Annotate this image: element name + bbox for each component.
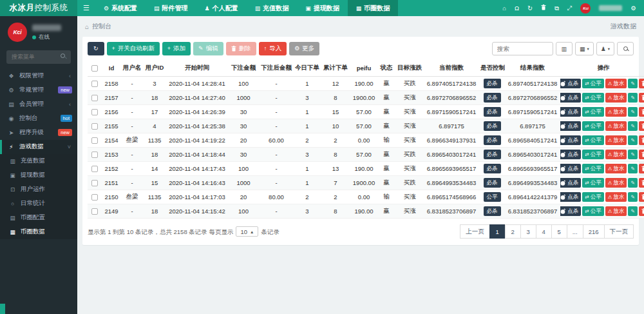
action-点杀[interactable]: 点杀: [560, 178, 581, 188]
col-是否控制[interactable]: 是否控制: [479, 60, 505, 77]
action-放水[interactable]: ⚠放水: [605, 79, 627, 88]
row-checkbox[interactable]: [91, 194, 98, 201]
action-pencil-icon[interactable]: ✎: [628, 178, 637, 188]
action-pencil-icon[interactable]: ✎: [628, 206, 637, 216]
topnav-item-附件管理[interactable]: ▤附件管理: [146, 0, 196, 16]
action-公平[interactable]: ⇄公平: [582, 107, 603, 117]
action-点杀[interactable]: 点杀: [560, 135, 581, 145]
col-用户ID[interactable]: 用户ID: [143, 60, 166, 77]
sidebar-subitem-币圈配置[interactable]: ▤币圈配置: [0, 211, 77, 225]
action-点杀[interactable]: 点杀: [560, 121, 581, 131]
row-checkbox[interactable]: [91, 81, 98, 87]
col-当前指数[interactable]: 当前指数: [424, 60, 479, 77]
action-trash-icon[interactable]: [639, 107, 644, 117]
sidebar-item-游戏数据[interactable]: ⚡游戏数据˅: [0, 140, 77, 154]
select-all-checkbox[interactable]: [91, 65, 98, 72]
action-trash-icon[interactable]: [639, 121, 644, 131]
sidebar-subitem-用户运作[interactable]: ⊡用户运作: [0, 182, 77, 197]
columns-icon[interactable]: ▥: [556, 42, 573, 55]
action-trash-icon[interactable]: [639, 93, 644, 103]
breadcrumb-left[interactable]: 控制台: [92, 22, 111, 31]
action-点杀[interactable]: 点杀: [560, 206, 581, 216]
action-pencil-icon[interactable]: ✎: [628, 93, 637, 103]
copy-icon[interactable]: ⧉: [554, 5, 559, 12]
action-公平[interactable]: ⇄公平: [582, 178, 603, 188]
toolbar-添加[interactable]: +添加: [162, 42, 191, 55]
page-...[interactable]: ...: [567, 224, 583, 239]
col-用户名[interactable]: 用户名: [121, 60, 143, 77]
action-公平[interactable]: ⇄公平: [582, 150, 603, 159]
search-icon[interactable]: [617, 42, 634, 55]
sidebar-item-会员管理[interactable]: ▤会员管理‹: [0, 97, 77, 112]
col-开始时间[interactable]: 开始时间: [166, 60, 228, 77]
sidebar-item-控制台[interactable]: ◉控制台hot: [0, 112, 77, 126]
action-放水[interactable]: ⚠放水: [605, 206, 627, 216]
sidebar-subitem-提现数据[interactable]: ▣提现数据: [0, 168, 77, 182]
action-放水[interactable]: ⚠放水: [605, 107, 627, 117]
col-今日下单[interactable]: 今日下单: [294, 60, 321, 77]
col-操作[interactable]: 操作: [560, 60, 644, 77]
table-search-input[interactable]: [492, 42, 553, 55]
action-放水[interactable]: ⚠放水: [605, 178, 627, 188]
action-pencil-icon[interactable]: ✎: [628, 107, 637, 117]
row-checkbox[interactable]: [91, 166, 98, 172]
action-trash-icon[interactable]: [639, 192, 644, 202]
action-trash-icon[interactable]: [639, 135, 644, 145]
action-放水[interactable]: ⚠放水: [605, 192, 627, 202]
action-trash-icon[interactable]: [639, 150, 644, 159]
page-1[interactable]: 1: [489, 224, 506, 239]
toolbar-导入[interactable]: ↑导入: [259, 42, 287, 55]
page-216[interactable]: 216: [583, 224, 605, 239]
row-checkbox[interactable]: [91, 208, 98, 215]
action-点杀[interactable]: 点杀: [560, 79, 581, 88]
fullscreen-icon[interactable]: ⤢: [567, 5, 573, 12]
topnav-item-币圈数据[interactable]: ▦币圈数据: [348, 0, 399, 16]
topnav-item-提现数据[interactable]: ▣提现数据: [297, 0, 348, 16]
bell-icon[interactable]: Ω: [515, 5, 519, 12]
page-3[interactable]: 3: [520, 224, 536, 239]
trash-icon[interactable]: [541, 5, 546, 12]
col-Id[interactable]: Id: [102, 60, 121, 77]
sidebar-subitem-充值数据[interactable]: ▥充值数据: [0, 154, 77, 168]
action-pencil-icon[interactable]: ✎: [628, 121, 637, 131]
page-4[interactable]: 4: [536, 224, 552, 239]
toolbar-开关自动刷新[interactable]: +开关自动刷新: [107, 42, 160, 55]
action-pencil-icon[interactable]: ✎: [628, 135, 637, 145]
toolbar-更多[interactable]: ⚙更多: [289, 42, 319, 55]
sidebar-subitem-日常统计[interactable]: ○日常统计: [0, 197, 77, 211]
action-trash-icon[interactable]: [639, 178, 644, 188]
sidebar-item-权限管理[interactable]: ❖权限管理‹: [0, 69, 77, 83]
col-下注后金额[interactable]: 下注后金额: [259, 60, 294, 77]
hamburger-icon[interactable]: ☰: [77, 0, 95, 16]
action-放水[interactable]: ⚠放水: [605, 150, 627, 159]
action-放水[interactable]: ⚠放水: [605, 93, 627, 103]
sidebar-item-常规管理[interactable]: ⚙常规管理new: [0, 83, 77, 97]
export-dropdown-icon[interactable]: ♟▾: [596, 42, 614, 55]
settings-icon[interactable]: ⚙: [630, 5, 636, 12]
page-size-select[interactable]: 10▲: [236, 226, 258, 237]
toolbar-编辑[interactable]: ✎编辑: [193, 42, 223, 55]
action-公平[interactable]: ⇄公平: [582, 93, 603, 103]
action-pencil-icon[interactable]: ✎: [628, 192, 637, 202]
action-公平[interactable]: ⇄公平: [582, 164, 603, 173]
col-目标涨跌[interactable]: 目标涨跌: [395, 60, 424, 77]
row-checkbox[interactable]: [91, 152, 98, 158]
toolbar-删除[interactable]: 删除: [226, 42, 256, 55]
action-放水[interactable]: ⚠放水: [605, 164, 627, 173]
action-公平[interactable]: ⇄公平: [582, 192, 603, 202]
page-2[interactable]: 2: [505, 224, 521, 239]
col-结果指数[interactable]: 结果指数: [505, 60, 560, 77]
action-公平[interactable]: ⇄公平: [582, 206, 603, 216]
col-累计下单[interactable]: 累计下单: [321, 60, 350, 77]
action-trash-icon[interactable]: [639, 206, 644, 216]
row-checkbox[interactable]: [91, 95, 98, 101]
row-checkbox[interactable]: [91, 180, 98, 186]
action-公平[interactable]: ⇄公平: [582, 79, 603, 88]
topbar-avatar[interactable]: Kci: [580, 3, 591, 14]
action-trash-icon[interactable]: [639, 164, 644, 173]
topnav-item-个人配置[interactable]: ♟个人配置: [196, 0, 247, 16]
col-peifu[interactable]: peifu: [350, 60, 377, 77]
action-pencil-icon[interactable]: ✎: [628, 79, 637, 88]
action-点杀[interactable]: 点杀: [560, 150, 581, 159]
topnav-item-系统配置[interactable]: ⚙系统配置: [95, 0, 146, 16]
